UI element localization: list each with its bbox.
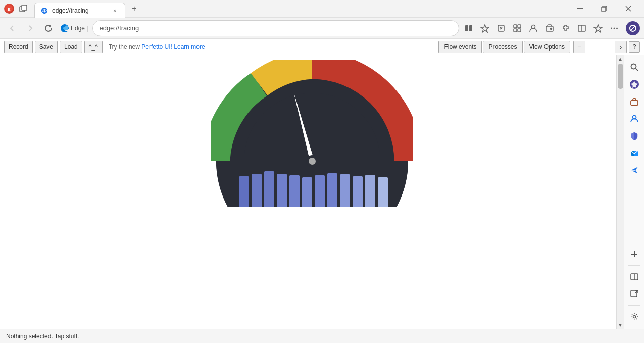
svg-rect-56 — [340, 174, 350, 207]
zoom-out-button[interactable]: − — [574, 41, 585, 53]
processes-button[interactable]: Processes — [483, 41, 522, 53]
more-menu-icon[interactable] — [607, 21, 622, 36]
load-button[interactable]: Load — [60, 41, 82, 53]
svg-rect-51 — [277, 174, 287, 207]
svg-rect-6 — [577, 8, 583, 9]
svg-rect-55 — [327, 173, 337, 207]
address-text: edge://tracing — [99, 24, 139, 32]
svg-marker-25 — [594, 25, 602, 32]
flow-events-button[interactable]: Flow events — [438, 41, 482, 53]
save-button[interactable]: Save — [35, 41, 58, 53]
forward-button[interactable] — [22, 20, 38, 36]
splitview-sidebar-icon[interactable] — [626, 269, 642, 285]
briefcase-sidebar-icon[interactable] — [626, 93, 642, 110]
svg-rect-57 — [353, 176, 363, 207]
svg-rect-49 — [252, 174, 262, 207]
zoom-bar: − › — [573, 41, 627, 53]
svg-point-22 — [551, 28, 552, 29]
scroll-down-arrow[interactable]: ▼ — [617, 321, 624, 329]
svg-point-27 — [614, 27, 615, 29]
collections-icon[interactable] — [510, 21, 525, 36]
window-icon: E — [4, 4, 14, 14]
settings-sidebar-icon[interactable] — [626, 309, 642, 325]
perfetto-link[interactable]: Perfetto UI! — [141, 43, 172, 51]
svg-rect-75 — [631, 290, 637, 297]
zoom-forward-button[interactable]: › — [615, 41, 626, 53]
svg-rect-66 — [631, 101, 638, 105]
svg-point-26 — [611, 27, 612, 29]
svg-rect-10 — [465, 25, 468, 31]
shield-sidebar-icon[interactable] — [626, 128, 642, 144]
sidebar-divider-2 — [628, 305, 640, 306]
outlook-sidebar-icon[interactable] — [626, 145, 642, 161]
trace-toolbar: Record Save Load ^_^ Try the new Perfett… — [0, 39, 644, 55]
search-sidebar-icon[interactable] — [626, 59, 642, 75]
status-text: Nothing selected. Tap stuff. — [6, 333, 79, 340]
new-tab-button[interactable]: + — [127, 2, 141, 16]
svg-rect-16 — [514, 25, 517, 28]
scroll-thumb[interactable] — [618, 64, 623, 89]
favorites-icon[interactable] — [477, 21, 492, 36]
send-sidebar-icon[interactable] — [626, 162, 642, 178]
wallet-icon[interactable] — [542, 21, 557, 36]
refresh-button[interactable] — [40, 20, 57, 36]
tab-close-button[interactable]: × — [111, 7, 119, 15]
performance-gauge — [211, 60, 413, 207]
tab-title: edge://tracing — [52, 7, 107, 14]
zoom-value-input[interactable] — [585, 41, 615, 53]
svg-rect-7 — [602, 7, 606, 11]
svg-rect-18 — [514, 29, 517, 32]
minimize-button[interactable] — [568, 0, 591, 18]
trace-area[interactable] — [0, 55, 624, 329]
add-sidebar-icon[interactable] — [626, 246, 642, 262]
reading-view-icon[interactable] — [461, 21, 476, 36]
tab-bar: edge://tracing × + — [34, 1, 562, 16]
people-sidebar-icon[interactable] — [626, 111, 642, 127]
copilot-nav-icon[interactable] — [626, 21, 640, 35]
scroll-up-arrow[interactable]: ▲ — [617, 55, 624, 63]
svg-line-64 — [635, 69, 638, 71]
status-bar: Nothing selected. Tap stuff. — [0, 329, 644, 343]
split-screen-icon[interactable] — [574, 21, 589, 36]
restore-button[interactable] — [592, 0, 616, 18]
active-tab[interactable]: edge://tracing × — [34, 3, 125, 18]
edge-logo-icon — [60, 23, 70, 33]
help-button[interactable]: ? — [629, 41, 640, 53]
tip-text: Try the new Perfetto UI! Learn more — [109, 43, 205, 51]
close-button[interactable] — [617, 0, 640, 18]
profile-icon[interactable] — [526, 21, 541, 36]
window-controls — [568, 0, 640, 18]
learn-more-link[interactable]: Learn more — [174, 43, 205, 51]
sidebar-divider — [628, 265, 640, 266]
favorites-bar-icon[interactable] — [590, 21, 606, 36]
address-bar[interactable]: edge://tracing — [92, 20, 459, 36]
edge-label: Edge — [71, 25, 85, 32]
svg-point-28 — [616, 27, 618, 29]
extensions-icon[interactable] — [558, 21, 573, 36]
svg-marker-12 — [481, 25, 489, 32]
svg-point-63 — [631, 64, 636, 69]
title-bar: E edge://tracing × + — [0, 0, 644, 18]
svg-text:E: E — [8, 7, 11, 12]
right-sidebar — [624, 55, 644, 329]
new-window-icon[interactable] — [16, 2, 30, 16]
svg-rect-54 — [315, 175, 325, 207]
nav-icons — [461, 21, 622, 36]
svg-line-76 — [635, 290, 638, 293]
view-options-button[interactable]: View Options — [524, 41, 570, 53]
copilot-sidebar-icon[interactable] — [626, 76, 642, 92]
tab-favicon — [41, 7, 48, 14]
record-button[interactable]: Record — [4, 41, 33, 53]
toggle-button[interactable]: ^_^ — [84, 41, 103, 53]
toolbar-right: Flow events Processes View Options − › ? — [438, 41, 640, 53]
svg-point-77 — [633, 316, 635, 318]
main-area: ▲ ▼ — [0, 55, 644, 329]
svg-rect-19 — [518, 29, 521, 32]
back-button[interactable] — [4, 20, 20, 36]
svg-rect-3 — [22, 5, 27, 10]
vertical-scrollbar[interactable]: ▲ ▼ — [616, 55, 624, 329]
external-link-sidebar-icon[interactable] — [626, 286, 642, 302]
svg-rect-11 — [469, 25, 472, 31]
pin-mode-icon[interactable] — [493, 21, 509, 36]
svg-rect-53 — [302, 177, 312, 207]
